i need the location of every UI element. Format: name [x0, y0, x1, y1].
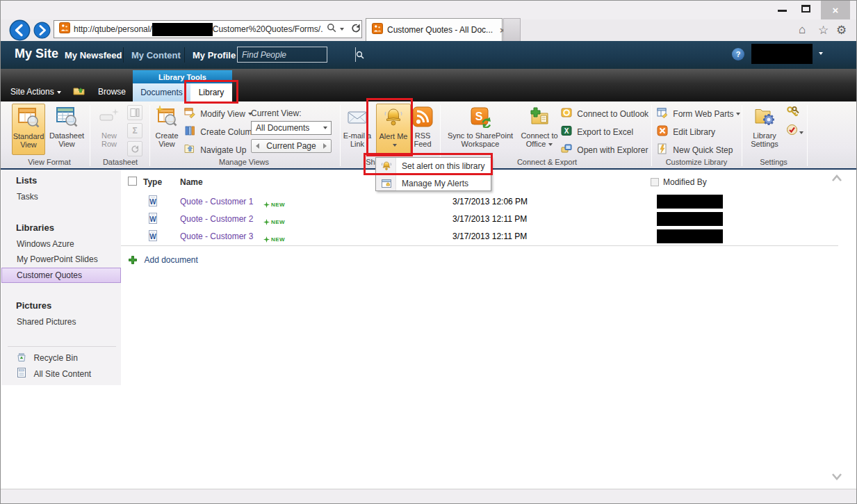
back-button[interactable]: [9, 19, 31, 44]
column-header-type[interactable]: Type: [143, 177, 162, 187]
edit-library-button[interactable]: Edit Library: [657, 125, 715, 138]
divider: [90, 105, 90, 166]
nav-my-content[interactable]: My Content: [131, 50, 181, 60]
sidebar-item-shared-pictures[interactable]: Shared Pictures: [17, 317, 76, 327]
export-to-excel-button[interactable]: X Export to Excel: [561, 125, 633, 138]
page-navigator[interactable]: Current Page: [251, 139, 332, 153]
current-view-dropdown[interactable]: All Documents: [251, 121, 332, 135]
settings-gear-icon[interactable]: ⚙: [836, 23, 847, 38]
find-people-input[interactable]: [238, 47, 355, 62]
menu-item-manage-alerts[interactable]: Manage My Alerts: [376, 175, 491, 192]
site-actions-menu[interactable]: Site Actions: [10, 87, 61, 97]
new-quick-step-button[interactable]: New Quick Step: [657, 143, 733, 156]
column-header-name[interactable]: Name: [180, 177, 203, 187]
close-window-button[interactable]: ×: [821, 1, 850, 19]
select-all-checkbox[interactable]: [128, 177, 137, 186]
workflow-settings-button[interactable]: [786, 124, 803, 138]
user-menu-caret-icon[interactable]: [819, 52, 823, 55]
user-menu-redacted[interactable]: [751, 44, 813, 64]
recycle-bin-icon: [16, 352, 27, 364]
group-label-datasheet: Datasheet: [65, 158, 176, 166]
library-settings-icon: [753, 106, 776, 129]
word-document-icon[interactable]: W: [147, 230, 158, 244]
email-link-button[interactable]: E-mail a Link: [338, 104, 376, 155]
new-tab-button[interactable]: [503, 18, 521, 41]
browser-window: × http://qtube/personal/ Customer%20Quot…: [0, 0, 857, 504]
connect-to-office-button[interactable]: Connect to Office: [518, 104, 561, 155]
nav-my-newsfeed[interactable]: My Newsfeed: [65, 50, 122, 60]
navigate-up-folder-icon[interactable]: [73, 85, 86, 99]
sidebar-item-customer-quotes[interactable]: Customer Quotes: [1, 268, 121, 283]
favorites-star-icon[interactable]: ☆: [818, 23, 829, 38]
rss-feed-button[interactable]: RSS Feed: [407, 104, 439, 155]
window-bottom-frame: [1, 489, 856, 504]
find-people-search-icon[interactable]: [355, 47, 364, 62]
find-people-search[interactable]: [237, 47, 327, 63]
nav-my-profile[interactable]: My Profile: [193, 50, 236, 60]
group-label-connect-export: Connect & Export: [491, 158, 603, 166]
alert-me-button[interactable]: Alert Me: [376, 104, 411, 155]
create-column-button[interactable]: Create Column: [184, 125, 256, 138]
document-link[interactable]: Quote - Customer 2: [180, 214, 253, 224]
search-icon[interactable]: [327, 23, 336, 35]
sync-workspace-icon: S: [469, 106, 491, 129]
standard-view-button[interactable]: Standard View: [12, 104, 45, 155]
connect-to-outlook-button[interactable]: Connect to Outlook: [561, 107, 648, 120]
create-view-icon: [156, 106, 178, 129]
create-view-button[interactable]: Create View: [151, 104, 183, 155]
library-permissions-button[interactable]: [786, 106, 800, 121]
browser-tab[interactable]: Customer Quotes - All Doc... ×: [366, 18, 503, 41]
back-icon: [9, 19, 31, 41]
word-document-icon[interactable]: W: [147, 195, 158, 209]
sync-workspace-button[interactable]: S Sync to SharePoint Workspace: [441, 104, 519, 155]
tab-documents[interactable]: Documents: [133, 83, 190, 101]
document-link[interactable]: Quote - Customer 3: [180, 231, 253, 241]
form-web-parts-icon: [657, 111, 668, 120]
menu-item-set-alert[interactable]: Set alert on this library: [376, 158, 491, 174]
form-web-parts-button[interactable]: Form Web Parts: [657, 107, 740, 120]
library-settings-button[interactable]: Library Settings: [746, 104, 783, 155]
sidebar-item-windows-azure[interactable]: Windows Azure: [17, 239, 74, 249]
add-document-link[interactable]: Add document: [128, 253, 198, 266]
word-document-icon[interactable]: W: [147, 213, 158, 227]
workflow-settings-icon: [786, 124, 798, 136]
minimize-icon[interactable]: [778, 10, 787, 12]
divider: [184, 47, 185, 63]
sidebar-item-my-powerpoint-slides[interactable]: My PowerPoint Slides: [17, 254, 98, 264]
page-content: [1, 170, 856, 489]
maximize-icon[interactable]: [801, 5, 810, 13]
next-page-icon[interactable]: [323, 143, 327, 149]
modified-by-redacted: [657, 212, 723, 226]
refresh-icon[interactable]: [351, 23, 361, 36]
address-bar[interactable]: http://qtube/personal/ Customer%20Quotes…: [54, 20, 362, 38]
sidebar-header-lists: Lists: [16, 175, 37, 186]
tab-favicon: [372, 23, 383, 37]
tab-browse[interactable]: Browse: [98, 87, 126, 97]
sidebar-item-tasks[interactable]: Tasks: [17, 192, 38, 202]
scroll-down-icon[interactable]: [831, 472, 843, 485]
column-header-modified-by[interactable]: Modified By: [663, 177, 707, 187]
modify-view-button[interactable]: Modify View: [184, 107, 252, 120]
mysite-brand[interactable]: My Site: [15, 47, 58, 61]
navigate-up-button[interactable]: Navigate Up: [184, 143, 246, 156]
scroll-up-icon[interactable]: [831, 173, 843, 186]
sidebar-header-libraries: Libraries: [16, 222, 54, 233]
home-icon[interactable]: ⌂: [799, 23, 806, 37]
forward-button[interactable]: [33, 22, 51, 42]
tab-library[interactable]: Library: [190, 83, 232, 101]
document-link[interactable]: Quote - Customer 1: [180, 197, 253, 206]
divider: [149, 105, 150, 166]
address-dropdown-icon[interactable]: [340, 28, 344, 31]
open-with-explorer-button[interactable]: Open with Explorer: [561, 143, 648, 156]
help-icon[interactable]: ?: [732, 48, 744, 60]
group-label-manage-views: Manage Views: [188, 158, 300, 166]
sidebar-item-all-site-content[interactable]: All Site Content: [16, 367, 91, 381]
explorer-icon: [561, 147, 572, 156]
url-redaction: [152, 23, 213, 36]
sidebar-item-recycle-bin[interactable]: Recycle Bin: [16, 351, 78, 365]
datasheet-view-button[interactable]: Datasheet View: [47, 104, 87, 155]
previous-page-icon[interactable]: [256, 143, 259, 149]
modify-view-icon: [184, 111, 195, 120]
new-sparkle-icon: [263, 202, 270, 208]
rss-feed-icon: [411, 106, 434, 129]
